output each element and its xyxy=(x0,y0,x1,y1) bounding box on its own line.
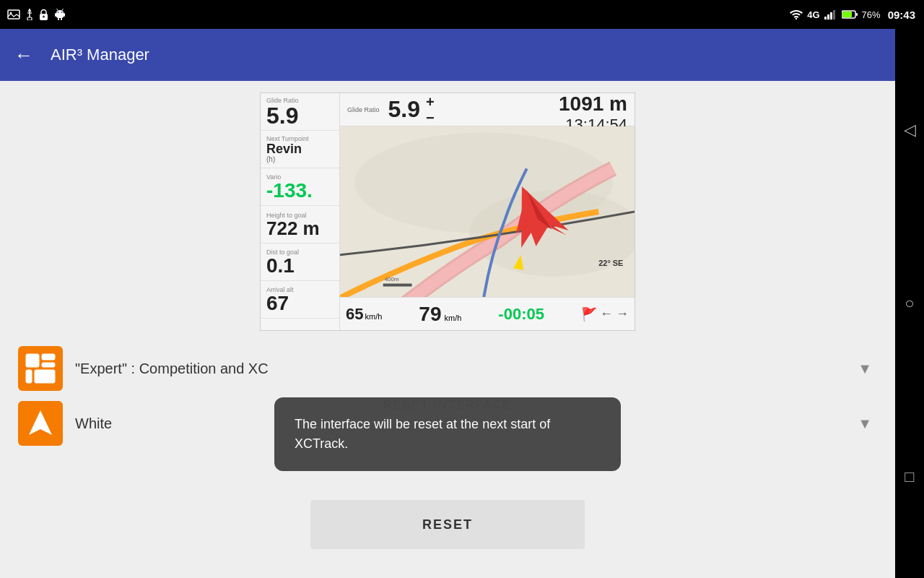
svg-rect-1 xyxy=(824,17,827,20)
map-glide-value: 5.9 xyxy=(388,96,420,123)
white-nav-icon xyxy=(25,407,56,439)
nav-recent-button[interactable]: □ xyxy=(905,467,914,486)
map-distance: 1091 m xyxy=(559,92,627,116)
expert-layout-icon xyxy=(25,353,56,384)
white-icon xyxy=(18,401,63,446)
svg-rect-19 xyxy=(42,354,55,360)
map-left-panel: Glide Ratio 5.9 Next Turnpoint Revin (h)… xyxy=(261,93,340,330)
svg-point-0 xyxy=(796,18,797,20)
expert-icon-container xyxy=(14,342,66,394)
nav-bar: ◁ ○ □ xyxy=(895,29,924,578)
top-app-bar: ← AIR³ Manager xyxy=(0,29,895,81)
svg-rect-32 xyxy=(64,13,65,17)
map-top-bar: Glide Ratio 5.9 + − ◉ xyxy=(340,93,635,126)
preview-area: Glide Ratio 5.9 Next Turnpoint Revin (h)… xyxy=(0,81,895,337)
svg-rect-3 xyxy=(830,12,832,20)
reset-button-container: RESET xyxy=(310,500,585,549)
svg-rect-20 xyxy=(42,363,55,367)
stat-glide: Glide Ratio 5.9 xyxy=(261,93,339,131)
svg-rect-27 xyxy=(27,17,32,20)
map-svg: 400m 22° SE xyxy=(340,126,635,297)
lock-icon xyxy=(39,9,48,20)
svg-rect-15 xyxy=(383,284,412,287)
usb-icon xyxy=(26,9,33,20)
map-gs: 79 xyxy=(419,303,441,326)
svg-text:22° SE: 22° SE xyxy=(598,259,623,267)
back-button[interactable]: ← xyxy=(14,44,33,66)
svg-rect-31 xyxy=(55,13,56,17)
status-left-icons xyxy=(0,0,73,29)
svg-point-35 xyxy=(58,12,59,13)
svg-rect-7 xyxy=(856,13,858,16)
battery-icon xyxy=(842,10,858,19)
tooltip: The interface will be reset at the next … xyxy=(274,397,621,471)
image-icon xyxy=(7,9,20,20)
clock: 09:43 xyxy=(888,9,915,21)
minus-btn[interactable]: − xyxy=(426,111,435,125)
expert-dropdown-label: "Expert" : Competition and XC xyxy=(66,361,858,377)
map-view: 400m 22° SE xyxy=(340,126,635,297)
stat-arrival: Arrival alt 67 xyxy=(261,281,339,319)
status-bar: 4G 76% 09:43 xyxy=(0,0,924,29)
plus-btn[interactable]: + xyxy=(426,95,435,109)
svg-rect-6 xyxy=(842,12,852,17)
expert-dropdown-arrow: ▼ xyxy=(858,361,881,377)
nav-back-button[interactable]: ◁ xyxy=(904,121,916,139)
network-type: 4G xyxy=(807,9,819,20)
dropdown-expert-row[interactable]: "Expert" : Competition and XC ▼ xyxy=(14,342,881,394)
svg-text:400m: 400m xyxy=(385,276,399,282)
svg-rect-4 xyxy=(833,10,835,20)
white-icon-container xyxy=(14,397,66,449)
tooltip-text: The interface will be reset at the next … xyxy=(295,417,550,451)
app-title: AIR³ Manager xyxy=(51,46,149,64)
expert-icon xyxy=(18,346,63,391)
svg-rect-18 xyxy=(26,354,39,367)
status-icons: 4G 76% 09:43 xyxy=(790,9,915,21)
svg-rect-22 xyxy=(35,370,55,383)
map-container: Glide Ratio 5.9 Next Turnpoint Revin (h)… xyxy=(261,93,635,330)
reset-button[interactable]: RESET xyxy=(310,500,585,549)
svg-rect-21 xyxy=(26,370,32,383)
stat-height: Height to goal 722 m xyxy=(261,206,339,243)
map-preview: Glide Ratio 5.9 Next Turnpoint Revin (h)… xyxy=(260,92,635,331)
nav-home-button[interactable]: ○ xyxy=(905,294,914,313)
wifi-icon xyxy=(790,9,803,20)
map-bottom-time: -00:05 xyxy=(498,305,544,324)
signal-icon xyxy=(824,9,837,20)
battery-percent: 76% xyxy=(862,9,881,20)
svg-rect-33 xyxy=(58,18,59,20)
svg-rect-2 xyxy=(827,14,829,20)
android-icon xyxy=(54,9,66,20)
stat-vario: Vario -133. xyxy=(261,168,339,206)
svg-point-30 xyxy=(43,16,45,18)
white-dropdown-arrow: ▼ xyxy=(858,415,881,432)
map-bottom-bar: 65 km/h 79 km/h -00:05 🚩 ← → xyxy=(340,297,635,330)
main-content: Glide Ratio 5.9 Next Turnpoint Revin (h)… xyxy=(0,81,895,578)
svg-point-36 xyxy=(61,12,63,13)
stat-dist: Dist to goal 0.1 xyxy=(261,243,339,281)
svg-rect-34 xyxy=(61,18,62,20)
stat-next: Next Turnpoint Revin (h) xyxy=(261,131,339,168)
svg-marker-23 xyxy=(29,410,52,435)
